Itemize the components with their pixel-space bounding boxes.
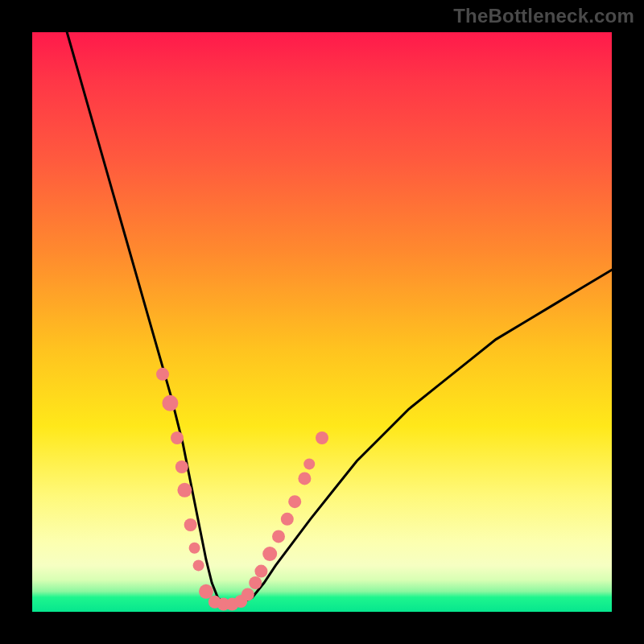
plot-area xyxy=(32,32,612,612)
datapoint-dot xyxy=(175,460,188,473)
datapoints-group xyxy=(156,368,328,611)
datapoint-dot xyxy=(199,584,213,599)
datapoint-dot xyxy=(189,543,200,554)
bottleneck-curve xyxy=(67,32,612,605)
datapoint-dot xyxy=(288,495,301,508)
chart-frame: TheBottleneck.com xyxy=(0,0,644,644)
watermark-text: TheBottleneck.com xyxy=(453,5,634,27)
datapoint-dot xyxy=(171,431,184,444)
datapoint-dot xyxy=(177,483,192,497)
datapoint-dot xyxy=(262,547,277,561)
datapoint-dot xyxy=(249,576,262,589)
datapoint-dot xyxy=(184,518,197,531)
datapoint-dot xyxy=(281,513,294,526)
datapoint-dot xyxy=(316,431,328,444)
datapoint-dot xyxy=(193,559,204,571)
datapoint-dot xyxy=(254,565,267,578)
datapoint-dot xyxy=(303,458,315,469)
datapoint-dot xyxy=(162,395,178,411)
datapoint-dot xyxy=(298,472,311,485)
curve-svg xyxy=(32,32,612,612)
datapoint-dot xyxy=(156,368,169,381)
datapoint-dot xyxy=(242,588,254,601)
datapoint-dot xyxy=(272,530,285,543)
